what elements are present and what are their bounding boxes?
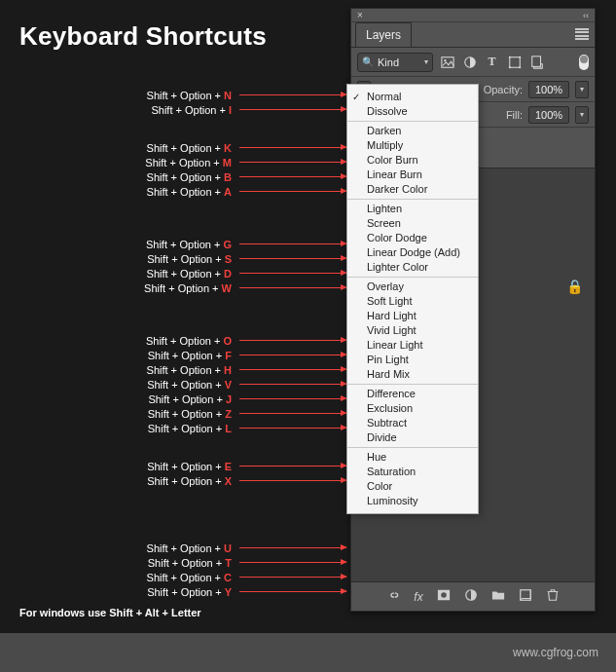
blend-mode-item[interactable]: Vivid Light	[347, 323, 478, 338]
arrow-icon	[239, 466, 346, 467]
arrow-icon	[239, 562, 346, 563]
arrow-icon	[239, 273, 346, 274]
adjustment-filter-icon[interactable]	[461, 54, 478, 70]
opacity-label: Opacity:	[484, 84, 523, 95]
blend-mode-item[interactable]: Linear Burn	[347, 168, 478, 182]
shortcut-label: Shift + Option + U	[147, 542, 232, 554]
blend-mode-item[interactable]: Hard Light	[347, 309, 478, 323]
arrow-icon	[239, 355, 346, 355]
blend-mode-item[interactable]: Linear Dodge (Add)	[347, 245, 478, 260]
arrow-icon	[239, 428, 346, 429]
tab-layers[interactable]: Layers	[355, 22, 412, 47]
blend-mode-item[interactable]: Overlay	[347, 280, 478, 294]
collapse-icon[interactable]: ‹‹	[583, 11, 589, 20]
link-icon[interactable]	[386, 588, 400, 605]
panel-menu-icon[interactable]	[575, 28, 589, 40]
shortcuts-column: Shift + Option + NShift + Option + IShif…	[0, 88, 346, 622]
shortcut-row: Shift + Option + X	[0, 473, 346, 488]
kind-select[interactable]: 🔍 Kind ▾	[357, 53, 433, 72]
shortcut-label: Shift + Option + A	[147, 186, 232, 198]
panel-bottom-icons: fx	[351, 581, 595, 611]
arrow-icon	[239, 577, 346, 578]
blend-mode-item[interactable]: Difference	[347, 387, 478, 401]
svg-rect-3	[509, 56, 520, 67]
smartobject-filter-icon[interactable]	[528, 54, 545, 70]
shortcut-row: Shift + Option + G	[0, 237, 346, 251]
blend-mode-item[interactable]: Color Burn	[347, 153, 478, 168]
shortcut-row: Shift + Option + W	[0, 280, 346, 295]
arrow-icon	[239, 384, 346, 385]
fx-icon[interactable]: fx	[414, 590, 422, 604]
blend-mode-item[interactable]: Pin Light	[347, 353, 478, 367]
shortcut-row: Shift + Option + K	[0, 140, 346, 155]
shape-filter-icon[interactable]	[506, 54, 523, 70]
blend-mode-item[interactable]: Color	[347, 479, 478, 494]
mask-icon[interactable]	[437, 588, 451, 605]
arrow-icon	[239, 94, 346, 95]
shortcut-row	[0, 488, 346, 503]
opacity-value[interactable]: 100%	[528, 81, 569, 98]
shortcut-row: Shift + Option + O	[0, 333, 346, 348]
shortcut-label: Shift + Option + Z	[148, 408, 232, 420]
panel-headbar: × ‹‹	[351, 9, 595, 22]
fill-dropdown[interactable]: ▾	[575, 106, 589, 124]
group-icon[interactable]	[491, 588, 505, 605]
shortcut-label: Shift + Option + D	[147, 268, 232, 280]
new-layer-icon[interactable]	[519, 588, 532, 605]
blend-mode-item[interactable]: Luminosity	[347, 494, 478, 508]
close-icon[interactable]: ×	[357, 10, 363, 20]
arrow-icon	[239, 480, 346, 481]
shortcut-row: Shift + Option + N	[0, 88, 346, 102]
blend-mode-item[interactable]: Multiply	[347, 138, 478, 153]
blend-mode-item[interactable]: Lighter Color	[347, 260, 478, 275]
arrow-icon	[239, 369, 346, 370]
blend-mode-item[interactable]: Screen	[347, 216, 478, 231]
filter-toggle[interactable]	[579, 55, 589, 70]
blend-mode-item[interactable]: Divide	[347, 430, 478, 445]
shortcut-row: Shift + Option + B	[0, 169, 346, 184]
arrow-icon	[239, 243, 346, 244]
blend-mode-item[interactable]: Color Dodge	[347, 231, 478, 245]
shortcut-label: Shift + Option + H	[147, 364, 232, 376]
windows-note: For windows use Shift + Alt + Letter	[19, 607, 201, 618]
blend-mode-item[interactable]: Linear Light	[347, 338, 478, 353]
opacity-dropdown[interactable]: ▾	[575, 81, 589, 98]
shortcut-label: Shift + Option + M	[145, 157, 232, 168]
shortcut-label: Shift + Option + B	[147, 171, 232, 183]
blend-mode-menu[interactable]: NormalDissolveDarkenMultiplyColor BurnLi…	[346, 84, 479, 514]
text-filter-icon[interactable]: T	[484, 54, 500, 70]
fill-value[interactable]: 100%	[528, 106, 569, 124]
footer: www.cgfrog.com	[0, 633, 616, 672]
blend-mode-item[interactable]: Dissolve	[347, 104, 478, 119]
blend-mode-item[interactable]: Soft Light	[347, 294, 478, 309]
shortcut-label: Shift + Option + X	[147, 475, 232, 487]
shortcut-label: Shift + Option + N	[147, 90, 232, 101]
shortcut-label: Shift + Option + E	[147, 461, 232, 472]
blend-mode-item[interactable]: Darker Color	[347, 182, 478, 197]
svg-rect-7	[519, 66, 521, 68]
blend-mode-item[interactable]: Hue	[347, 450, 478, 465]
trash-icon[interactable]	[546, 588, 560, 605]
image-filter-icon[interactable]	[439, 54, 455, 70]
blend-mode-item[interactable]: Exclusion	[347, 401, 478, 416]
blend-mode-item[interactable]: Lighten	[347, 202, 478, 216]
blend-mode-item[interactable]: Normal	[347, 90, 478, 104]
chevron-down-icon: ▾	[424, 57, 428, 66]
arrow-icon	[239, 147, 346, 148]
arrow-icon	[239, 287, 346, 288]
blend-mode-item[interactable]: Saturation	[347, 465, 478, 479]
shortcut-row: Shift + Option + J	[0, 392, 346, 406]
shortcut-label: Shift + Option + V	[147, 379, 232, 391]
shortcut-row: Shift + Option + V	[0, 377, 346, 392]
adjustment-icon[interactable]	[464, 588, 478, 605]
shortcut-label: Shift + Option + Y	[147, 586, 232, 598]
shortcut-label: Shift + Option + C	[147, 572, 232, 583]
search-icon: 🔍	[362, 56, 374, 67]
shortcut-row: Shift + Option + L	[0, 421, 346, 435]
arrow-icon	[239, 398, 346, 399]
blend-mode-item[interactable]: Subtract	[347, 416, 478, 430]
blend-mode-item[interactable]: Hard Mix	[347, 367, 478, 382]
svg-point-1	[444, 59, 446, 61]
svg-rect-4	[508, 56, 510, 57]
blend-mode-item[interactable]: Darken	[347, 124, 478, 138]
